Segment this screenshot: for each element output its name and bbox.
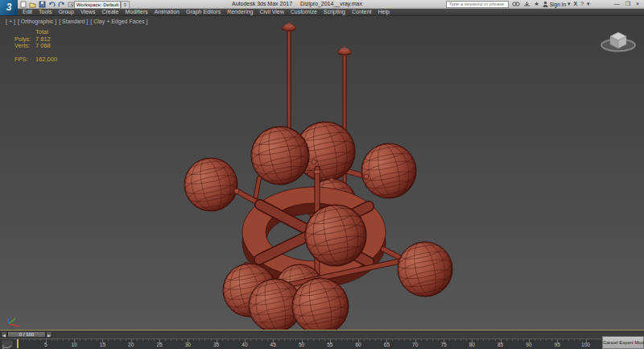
user-icon [543,1,548,7]
viewport-label-part[interactable]: [ Clay + Edged Faces ] [90,19,147,24]
ruler-label: 25 [154,342,165,347]
help-icon[interactable]: ? [580,0,584,8]
3ds-max-window: Workspace: Default ▾ ≡ Autodesk 3ds Max … [0,0,644,349]
cancel-expert-mode-button[interactable]: Cancel Expert Mode [602,336,644,349]
sphere[interactable] [180,153,242,216]
workspace-dropdown[interactable]: Workspace: Default ▾ [74,1,121,9]
current-frame-marker[interactable] [17,339,19,348]
menu-rendering[interactable]: Rendering [224,9,256,15]
chevron-down-icon: ▾ [587,0,590,8]
stats-row: Verts:7 068 [14,43,57,50]
ruler-label: 5 [40,342,52,347]
exchange-apps-icon[interactable]: X [574,0,578,8]
ruler-label: 50 [296,342,308,347]
workspace-label: Workspace: Default [76,2,118,7]
viewcube[interactable] [599,24,638,56]
qat-overflow-button[interactable]: ≡ [121,1,130,9]
viewport-statistics: TotalPolys:7 812Verts:7 068FPS:162,000 [14,29,57,63]
app-name: Autodesk 3ds Max 2017 [232,1,292,6]
favorites-icon[interactable]: ★ [534,0,539,8]
quick-access-toolbar [20,0,75,8]
menu-graph-editors[interactable]: Graph Editors [183,9,224,15]
window-title: Autodesk 3ds Max 2017Dizipro_2014__vray.… [232,0,362,8]
restore-button[interactable]: ❐ [625,0,630,8]
new-scene-icon[interactable] [20,1,27,8]
menu-views[interactable]: Views [77,9,99,15]
ruler-label: 55 [324,342,336,347]
ruler-label: 75 [438,342,449,347]
chandelier-model[interactable] [0,16,644,330]
time-slider: ◀ 0 / 100 ▶ [0,330,644,339]
file-name: Dizipro_2014__vray.max [300,1,362,6]
ruler-label: 30 [182,342,193,347]
save-file-icon[interactable] [39,1,46,8]
chevron-down-icon: ▾ [568,0,571,8]
ruler-label: 65 [381,342,392,347]
viewport[interactable]: [ + ][ Orthographic ][ Standard ][ Clay … [0,15,644,330]
time-slider-track[interactable] [0,331,644,339]
search-icon[interactable] [512,1,520,7]
ruler-label: 85 [495,342,506,347]
sphere[interactable] [393,237,458,302]
menu-tools[interactable]: Tools [35,9,55,15]
ruler-label: 60 [353,342,364,347]
track-ruler[interactable]: 5101520253035404550556065707580859095100 [0,339,604,349]
menu-help[interactable]: Help [375,9,393,15]
previous-frame-button[interactable]: ◀ [1,331,7,338]
axis-tripod-icon [3,317,24,328]
window-controls: — ❐ × [614,0,639,8]
minimize-button[interactable]: — [614,0,620,8]
ruler-label: 40 [239,342,250,347]
titlebar-right-cluster: ★ Sign In ▾ X ? ▾ — ❐ × [446,0,642,8]
communication-center-icon[interactable] [523,1,530,7]
menu-edit[interactable]: Edit [19,9,35,15]
menu-bar: EditToolsGroupViewsCreateModifiersAnimat… [0,8,644,16]
open-file-icon[interactable] [29,1,36,8]
ruler-label: 80 [466,342,477,347]
menu-group[interactable]: Group [55,9,76,15]
model-geometry[interactable] [180,23,457,330]
menu-create[interactable]: Create [98,9,122,15]
ruler-label: 70 [410,342,421,347]
viewport-label-part[interactable]: [ Orthographic ] [18,19,56,24]
ruler-label: 15 [97,342,108,347]
ruler-label: 35 [211,342,222,347]
viewport-label: [ + ][ Orthographic ][ Standard ][ Clay … [6,19,150,24]
track-bar: 5101520253035404550556065707580859095100 [0,339,644,349]
menu-animation[interactable]: Animation [151,9,183,15]
menu-content[interactable]: Content [349,9,375,15]
undo-icon[interactable] [48,1,56,8]
mini-curve-editor-button[interactable] [1,339,14,348]
menu-civil-view[interactable]: Civil View [256,9,287,15]
title-bar: Workspace: Default ▾ ≡ Autodesk 3ds Max … [0,0,644,9]
ruler-label: 95 [551,342,563,347]
sphere[interactable] [357,139,422,204]
ruler-label: 10 [68,342,80,347]
ruler-label: 90 [523,342,535,347]
stats-row: FPS:162,000 [14,56,57,64]
menu-modifiers[interactable]: Modifiers [122,9,151,15]
viewport-label-part[interactable]: [ Standard ] [59,19,88,24]
sign-in-label: Sign In [550,2,566,7]
redo-icon[interactable] [58,1,65,8]
sign-in-button[interactable]: Sign In ▾ [543,0,571,8]
next-frame-button[interactable]: ▶ [46,331,52,338]
ruler-label: 100 [580,342,592,347]
app-logo[interactable]: 3 [0,0,18,15]
close-button[interactable]: × [636,0,639,8]
menu-scripting[interactable]: Scripting [320,9,349,15]
menu-customize[interactable]: Customize [287,9,320,15]
ruler-label: 45 [267,342,279,347]
ruler-label: 20 [126,342,137,347]
viewport-label-part[interactable]: [ + ] [6,19,15,24]
search-input[interactable] [446,1,509,8]
time-slider-thumb[interactable]: 0 / 100 [7,331,46,338]
